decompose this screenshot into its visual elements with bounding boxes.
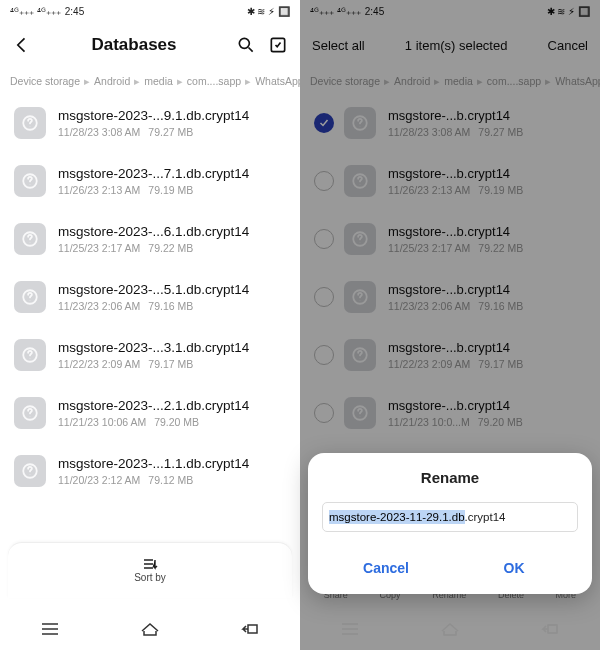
file-item[interactable]: msgstore-...b.crypt1411/22/23 2:09 AM79.…	[300, 326, 600, 384]
file-icon	[344, 339, 376, 371]
svg-point-17	[360, 126, 361, 127]
file-date: 11/26/23 2:13 AM	[388, 184, 470, 196]
file-item[interactable]: msgstore-2023-...2.1.db.crypt1411/21/23 …	[0, 384, 300, 442]
checkbox-unchecked[interactable]	[314, 345, 334, 365]
status-bar: ⁴ᴳ₊₊₊ ⁴ᴳ₊₊₊ 2:45 ✱ ≋ ⚡︎ 🔲	[0, 0, 300, 22]
header: Databases	[0, 22, 300, 68]
svg-point-11	[30, 358, 31, 359]
svg-point-23	[360, 300, 361, 301]
file-item[interactable]: msgstore-2023-...7.1.db.crypt1411/26/23 …	[0, 152, 300, 210]
file-size: 79.16 MB	[478, 300, 523, 312]
file-name: msgstore-2023-...9.1.db.crypt14	[58, 108, 249, 123]
file-name: msgstore-...b.crypt14	[388, 398, 523, 413]
svg-point-5	[30, 184, 31, 185]
file-icon	[344, 223, 376, 255]
svg-point-21	[360, 242, 361, 243]
rename-input[interactable]: msgstore-2023-11-29.1.db.crypt14	[322, 502, 578, 532]
file-icon	[14, 165, 46, 197]
edit-icon[interactable]	[266, 33, 290, 57]
file-item[interactable]: msgstore-2023-...1.1.db.crypt1411/20/23 …	[0, 442, 300, 500]
system-nav	[300, 608, 600, 650]
dialog-ok-button[interactable]: OK	[450, 550, 578, 586]
file-size: 79.20 MB	[478, 416, 523, 428]
file-size: 79.20 MB	[154, 416, 199, 428]
checkbox-unchecked[interactable]	[314, 229, 334, 249]
file-item[interactable]: msgstore-...b.crypt1411/21/23 10:0...M79…	[300, 384, 600, 442]
back-nav-icon[interactable]	[239, 622, 261, 636]
file-date: 11/23/23 2:06 AM	[388, 300, 470, 312]
file-size: 79.17 MB	[478, 358, 523, 370]
clock: 2:45	[65, 6, 84, 17]
file-item[interactable]: msgstore-2023-...3.1.db.crypt1411/22/23 …	[0, 326, 300, 384]
file-name: msgstore-2023-...7.1.db.crypt14	[58, 166, 249, 181]
checkbox-unchecked[interactable]	[314, 403, 334, 423]
dialog-cancel-button[interactable]: Cancel	[322, 550, 450, 586]
file-item[interactable]: msgstore-2023-...6.1.db.crypt1411/25/23 …	[0, 210, 300, 268]
selection-pane: ⁴ᴳ₊₊₊ ⁴ᴳ₊₊₊ 2:45 ✱ ≋ ⚡︎ 🔲 Select all 1 i…	[300, 0, 600, 650]
file-item[interactable]: msgstore-...b.crypt1411/28/23 3:08 AM79.…	[300, 94, 600, 152]
svg-point-9	[30, 300, 31, 301]
menu-icon[interactable]	[39, 622, 61, 636]
file-size: 79.27 MB	[148, 126, 193, 138]
file-size: 79.22 MB	[478, 242, 523, 254]
file-item[interactable]: msgstore-...b.crypt1411/23/23 2:06 AM79.…	[300, 268, 600, 326]
home-icon[interactable]	[438, 621, 462, 637]
file-item[interactable]: msgstore-...b.crypt1411/25/23 2:17 AM79.…	[300, 210, 600, 268]
file-name: msgstore-...b.crypt14	[388, 340, 523, 355]
breadcrumb[interactable]: Device storage▸ Android▸ media▸ com....s…	[0, 68, 300, 94]
selection-count: 1 item(s) selected	[373, 38, 540, 53]
file-name: msgstore-2023-...6.1.db.crypt14	[58, 224, 249, 239]
svg-point-19	[360, 184, 361, 185]
rename-dialog: Rename msgstore-2023-11-29.1.db.crypt14 …	[308, 453, 592, 594]
file-date: 11/28/23 3:08 AM	[58, 126, 140, 138]
back-nav-icon[interactable]	[539, 622, 561, 636]
file-date: 11/28/23 3:08 AM	[388, 126, 470, 138]
checkbox-unchecked[interactable]	[314, 171, 334, 191]
file-browser-pane: ⁴ᴳ₊₊₊ ⁴ᴳ₊₊₊ 2:45 ✱ ≋ ⚡︎ 🔲 Databases Devi…	[0, 0, 300, 650]
file-icon	[14, 397, 46, 429]
back-icon[interactable]	[10, 33, 34, 57]
sort-by-label: Sort by	[134, 572, 166, 583]
svg-point-13	[30, 416, 31, 417]
file-date: 11/21/23 10:06 AM	[58, 416, 146, 428]
checkbox-unchecked[interactable]	[314, 287, 334, 307]
signal-icon: ⁴ᴳ₊₊₊ ⁴ᴳ₊₊₊	[10, 6, 61, 17]
sort-by-button[interactable]: Sort by	[8, 542, 292, 598]
file-name: msgstore-...b.crypt14	[388, 282, 523, 297]
file-size: 79.19 MB	[478, 184, 523, 196]
status-icons: ✱ ≋ ⚡︎ 🔲	[247, 6, 290, 17]
svg-point-3	[30, 126, 31, 127]
cancel-button[interactable]: Cancel	[548, 38, 588, 53]
file-size: 79.27 MB	[478, 126, 523, 138]
file-icon	[344, 397, 376, 429]
file-date: 11/23/23 2:06 AM	[58, 300, 140, 312]
file-item[interactable]: msgstore-...b.crypt1411/26/23 2:13 AM79.…	[300, 152, 600, 210]
file-date: 11/26/23 2:13 AM	[58, 184, 140, 196]
select-all-button[interactable]: Select all	[312, 38, 365, 53]
file-date: 11/21/23 10:0...M	[388, 416, 470, 428]
file-name: msgstore-2023-...3.1.db.crypt14	[58, 340, 249, 355]
home-icon[interactable]	[138, 621, 162, 637]
search-icon[interactable]	[234, 33, 258, 57]
file-icon	[14, 223, 46, 255]
file-icon	[14, 339, 46, 371]
svg-point-27	[360, 416, 361, 417]
file-size: 79.22 MB	[148, 242, 193, 254]
file-item[interactable]: msgstore-2023-...9.1.db.crypt1411/28/23 …	[0, 94, 300, 152]
file-size: 79.12 MB	[148, 474, 193, 486]
page-title: Databases	[42, 35, 226, 55]
file-name: msgstore-2023-...5.1.db.crypt14	[58, 282, 249, 297]
checkbox-checked[interactable]	[314, 113, 334, 133]
svg-point-7	[30, 242, 31, 243]
file-size: 79.16 MB	[148, 300, 193, 312]
file-name: msgstore-2023-...1.1.db.crypt14	[58, 456, 249, 471]
svg-point-25	[360, 358, 361, 359]
menu-icon[interactable]	[339, 622, 361, 636]
file-icon	[14, 107, 46, 139]
file-icon	[344, 281, 376, 313]
file-icon	[14, 455, 46, 487]
breadcrumb[interactable]: Device storage▸ Android▸ media▸ com....s…	[300, 68, 600, 94]
file-item[interactable]: msgstore-2023-...5.1.db.crypt1411/23/23 …	[0, 268, 300, 326]
dialog-title: Rename	[322, 469, 578, 486]
svg-point-0	[239, 38, 249, 48]
